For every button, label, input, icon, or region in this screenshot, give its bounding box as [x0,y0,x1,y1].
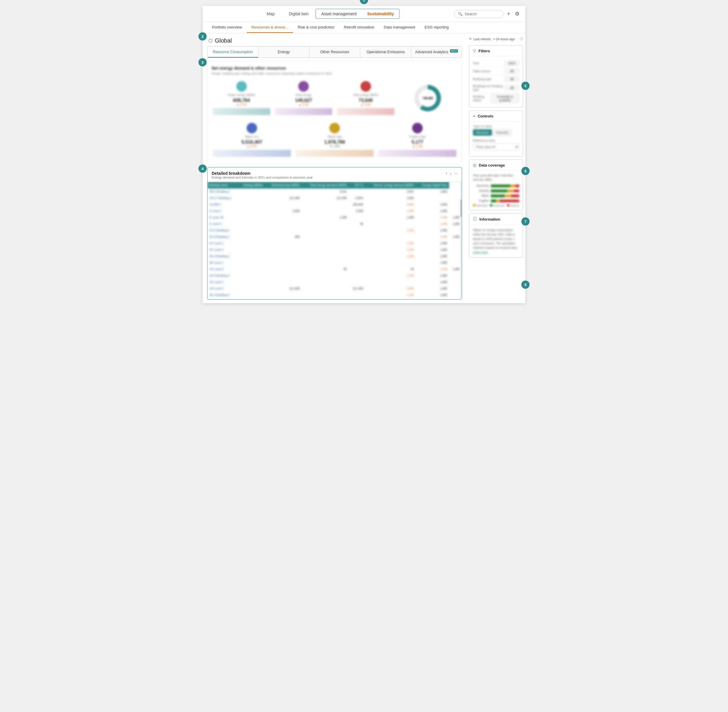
breakdown-title: Detailed breakdown [212,171,313,176]
filter-heating: Buildings for Heating type All [473,83,519,93]
metric-waste: Waste (kg) 1,978,766 ▼ 1.0% [294,120,375,159]
cell-value: 1,882 [416,208,449,214]
sparkline-power [213,108,270,115]
summary-section: Net energy demand & other resources Powe… [207,61,462,164]
metric-circle-waste [329,123,340,134]
cell-value [265,221,302,227]
metric-heat: Heat energy 149,627 ▲ 3.1% [274,79,334,117]
cell-value [348,214,365,221]
type-of-value-label: Type of value [473,125,519,128]
add-button[interactable]: + [506,10,511,18]
summary-title: Net energy demand & other resources [212,66,458,71]
cell-value [265,227,302,234]
sub-nav-resources[interactable]: Resources & emissi... [247,22,293,33]
coverage-seg-orange [505,194,511,197]
legend-estimated: Estimated [473,204,488,207]
metric-value-waste: 1,978,766 [296,139,374,145]
sub-nav-retrofit[interactable]: Retrofit simulation [339,22,379,33]
tab-other-resources[interactable]: Other Resources [309,47,360,58]
more-options-btn[interactable]: ··· [454,171,458,176]
sub-nav-risk[interactable]: Risk & cost prediction [293,22,339,33]
step-badge-8: 8 [521,280,530,289]
cell-building-name: KV Level 1 [207,240,237,247]
coverage-row-name: Water [473,194,489,197]
sub-nav-data-mgmt[interactable]: Data management [379,22,420,33]
right-panel: ↻ Last refresh: > 24 hours ago ⓘ ▽ Filte… [467,33,525,303]
table-row: SE-4-Building 2-1.2%1,882 [207,253,462,260]
coverage-seg-red [500,199,519,202]
cell-building-name: US-4-Building 2 [207,273,237,279]
cell-value [237,260,265,266]
information-header[interactable]: ⓘ Information [469,214,523,225]
step-badge-2: 2 [198,32,207,40]
th-tech-heat: Technical heat (MWh) [265,182,302,188]
filter-icon: ▽ [473,49,476,53]
filter-status-label: Building status [473,95,491,102]
asset-mgmt-label: Asset management [316,9,362,18]
controls-title: Controls [478,114,519,119]
cell-value: 121,000 [265,285,302,292]
cell-value [237,208,265,214]
sub-nav-esg[interactable]: ESG reporting [420,22,453,33]
settings-button[interactable]: ⚙ [514,9,521,18]
cell-building-name: E Level 1B [207,214,237,221]
top-nav-active-group[interactable]: Asset management Sustainability [315,9,400,19]
sort-asc-btn[interactable]: ↑ [445,171,447,176]
legend-missing: Missing [507,204,519,207]
tab-advanced-analytics[interactable]: Advanced Analytics BETA [411,47,462,58]
cell-value: -0.9% [365,202,416,208]
page-title-row: ⬡ Global [203,33,467,46]
cell-value [237,292,265,298]
refresh-label: Last refresh: [473,37,491,41]
search-bar[interactable]: 🔍 [454,10,503,18]
metric-water: Water (m³) 5,510,407 ▲ 0.7% [212,120,292,159]
filters-header[interactable]: ▽ Filters [469,46,523,56]
cell-value: 1,000 [365,214,416,221]
cell-value: 1,882 [416,285,449,292]
breakdown-subtitle: Energy demand and intensity in 2021 and … [212,176,313,179]
cell-value [348,279,365,285]
data-coverage-header[interactable]: ◎ Data coverage [469,160,523,171]
reference-area-section: Reference area Floor area m² [473,139,519,150]
cell-value [237,273,265,279]
info-learn-more[interactable]: Learn more [473,251,488,254]
sort-desc-btn[interactable]: ↓ [450,171,452,176]
top-nav-digital-twin[interactable]: Digital twin [282,9,316,19]
step-badge-4: 4 [198,165,207,173]
cell-value: 3,000 [265,208,302,214]
metric-label-power: Power energy (MWh) [213,93,270,96]
information-body: Values on energy consumption reflect the… [469,225,523,257]
intensity-btn[interactable]: Intensity [493,129,512,136]
cell-value [302,260,348,266]
coverage-seg-red [511,194,519,197]
tab-resource-consumption[interactable]: Resource Consumption [207,47,258,58]
cell-value [302,208,348,214]
cell-value [348,234,365,240]
sub-nav-portfolio[interactable]: Portfolio overview [207,22,247,33]
top-nav-map[interactable]: Map [259,9,281,19]
controls-header[interactable]: ≡ Controls [469,111,523,122]
cell-value [302,247,348,253]
cell-value [348,240,365,247]
table-scroll[interactable]: Building name Heating (MWh) Technical he… [207,182,462,299]
cell-value: 48 [348,221,365,227]
cell-value [348,227,365,234]
search-input[interactable] [465,12,500,16]
data-coverage-body: Floor area with data / total floor area … [469,171,523,210]
information-title: Information [479,217,519,221]
filters-title: Filters [478,49,519,53]
breakdown-section: Detailed breakdown Energy demand and int… [207,167,462,300]
cell-value: 1,882 [416,273,449,279]
cell-value [348,247,365,253]
metric-value-total: 73,640 [337,98,395,103]
absolute-btn[interactable]: Absolute [473,129,492,136]
tab-energy[interactable]: Energy [258,47,309,58]
reference-area-select[interactable]: Floor area m² [473,143,519,150]
cell-building-name: US Level 1 [207,279,237,285]
cell-value [265,279,302,285]
cell-value [237,247,265,253]
metric-value-heat: 149,627 [275,98,333,103]
tab-operational-emissions[interactable]: Operational Emissions [360,47,411,58]
donut-value: 746,820 [422,96,433,100]
coverage-row: Heating [473,189,519,192]
